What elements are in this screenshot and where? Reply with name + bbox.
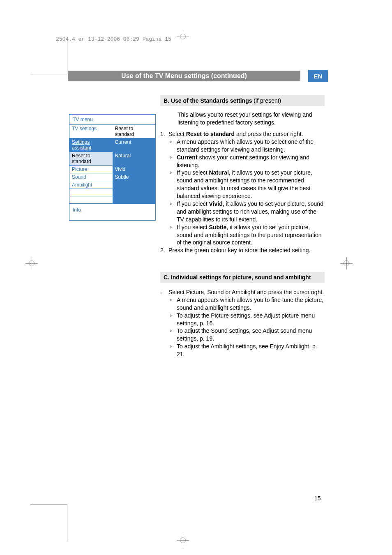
section-b-list: 1.Select Reset to standard and press the… [160,130,325,254]
page-title-bar: Use of the TV Menu settings (continued) [68,71,300,81]
menu-item-sound: Sound [69,173,113,181]
menu-option-subtle: Subtle [113,173,156,181]
print-slug-line: 2504.4 en 13-12-2006 08:29 Pagina 15 [56,36,171,42]
menu-title: TV menu [69,115,155,124]
crop-mark-top-left [30,37,67,74]
menu-col-header-right: Reset to standard [113,125,156,138]
menu-option-empty-1 [113,181,156,189]
section-c-list: Select Picture, Sound or Ambilight and p… [160,288,325,358]
section-c-heading: C. Individual settings for picture, soun… [160,272,325,283]
section-c-sub-1: A menu appears which allows you to fine … [160,296,325,312]
language-tab: EN [308,70,328,82]
menu-item-picture: Picture [69,166,113,173]
menu-item-settings-assistant: Settings assistant [69,138,113,152]
section-b-heading: B. Use of the Standards settings (if pre… [160,95,325,106]
section-b-heading-bold: B. Use of the Standards settings [164,97,252,104]
menu-option-natural: Natural [113,152,156,165]
crop-mark-bottom-left [30,504,67,541]
menu-option-current: Current [113,138,156,152]
section-b-sub-2: Current shows your current settings for … [160,154,325,169]
menu-info-label: Info [69,203,155,220]
registration-mark-right [340,257,353,269]
section-b-sub-4: If you select Vivid, it allows you to se… [160,200,325,223]
menu-item-reset-to-standard: Reset to standard [69,152,113,165]
section-b-intro: This allows you to reset your settings f… [178,111,321,127]
menu-col-header-left: TV settings [69,125,113,138]
menu-item-empty-1 [69,189,113,196]
tv-menu-diagram: TV menu TV settings Reset to standard Se… [69,114,156,221]
section-b-step-1: 1.Select Reset to standard and press the… [160,130,325,138]
section-b-sub-3: If you select Natural, it allows you to … [160,169,325,200]
section-c-sub-3: To adjust the Sound settings, see Adjust… [160,327,325,343]
registration-mark-top [177,30,189,43]
section-b-sub-5: If you select Subtle, it allows you to s… [160,223,325,247]
section-b-sub-1: A menu appears which allows you to selec… [160,138,325,154]
menu-option-vivid: Vivid [113,166,156,173]
registration-mark-bottom [177,534,189,546]
page-number: 15 [314,495,321,502]
menu-option-empty-2 [113,189,156,196]
section-b-step-2: 2.Press the green colour key to store th… [160,246,325,254]
section-c-sub-2: To adjust the Picture settings, see Adju… [160,312,325,327]
section-c-sub-4: To adjust the Ambilight settings, see En… [160,343,325,358]
menu-item-empty-2 [69,196,113,203]
registration-mark-left [25,257,38,269]
menu-option-empty-3 [113,196,156,203]
section-b-heading-paren: (if present) [252,97,281,104]
menu-item-ambilight: Ambilight [69,181,113,189]
section-c-main: Select Picture, Sound or Ambilight and p… [160,288,325,296]
